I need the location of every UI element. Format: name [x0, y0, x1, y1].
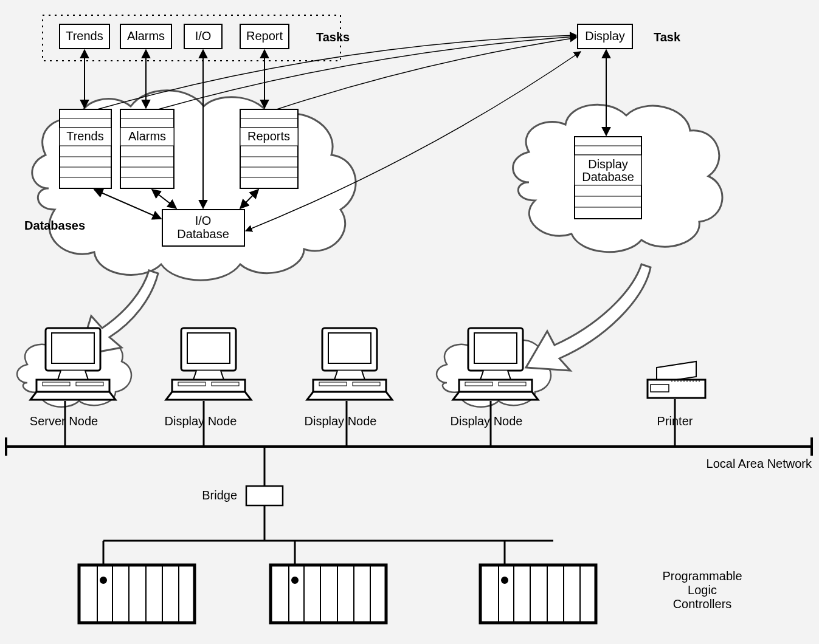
task-display: Display — [578, 24, 632, 49]
task-trends-label: Trends — [66, 29, 103, 43]
task-alarms: Alarms — [120, 24, 171, 49]
plc-label-3: Controllers — [673, 597, 732, 611]
task-report-label: Report — [246, 29, 283, 43]
svg-point-67 — [100, 577, 107, 584]
svg-rect-6 — [60, 109, 111, 188]
task-report: Report — [240, 24, 289, 49]
databases-group-label: Databases — [24, 219, 85, 232]
display-node-2-label: Display Node — [305, 414, 377, 428]
db-alarms: Alarms — [120, 109, 174, 188]
plc-label-2: Logic — [688, 583, 717, 597]
svg-point-83 — [501, 577, 508, 584]
plc-2 — [271, 565, 386, 623]
task-io: I/O — [184, 24, 222, 49]
bridge-label: Bridge — [202, 488, 237, 502]
svg-rect-40 — [187, 333, 230, 363]
display-node-1-label: Display Node — [165, 414, 237, 428]
svg-rect-66 — [79, 565, 195, 623]
db-reports: Reports — [240, 109, 298, 188]
plc-1 — [79, 565, 195, 623]
db-io-label-1: I/O — [195, 214, 212, 227]
svg-rect-74 — [271, 565, 386, 623]
db-trends-label: Trends — [66, 129, 104, 143]
plc-3 — [480, 565, 596, 623]
db-alarms-label: Alarms — [128, 129, 166, 143]
db-reports-label: Reports — [247, 129, 290, 143]
svg-rect-50 — [474, 333, 517, 363]
lan-label: Local Area Network — [707, 457, 812, 470]
svg-rect-55 — [651, 385, 669, 392]
task-display-label: Display — [585, 29, 625, 43]
db-display-label-2: Database — [582, 170, 634, 183]
server-node-label: Server Node — [30, 414, 98, 428]
db-io-label-2: Database — [177, 227, 229, 241]
svg-point-75 — [291, 577, 299, 584]
task-trends: Trends — [60, 24, 109, 49]
display-node-3-label: Display Node — [451, 414, 523, 428]
svg-rect-20 — [240, 109, 298, 188]
svg-rect-82 — [480, 565, 596, 623]
db-io: I/O Database — [162, 210, 244, 246]
plc-label-1: Programmable — [662, 569, 742, 583]
task-io-label: I/O — [195, 29, 212, 43]
svg-rect-45 — [328, 333, 371, 363]
bridge-box — [246, 486, 283, 505]
task-group-label-right: Task — [654, 30, 681, 44]
db-display: Display Database — [575, 137, 641, 219]
svg-rect-13 — [120, 109, 174, 188]
tasks-group-label: Tasks — [316, 30, 350, 44]
db-trends: Trends — [60, 109, 111, 188]
db-display-label-1: Display — [588, 157, 628, 171]
task-alarms-label: Alarms — [127, 29, 165, 43]
svg-rect-35 — [52, 333, 94, 363]
